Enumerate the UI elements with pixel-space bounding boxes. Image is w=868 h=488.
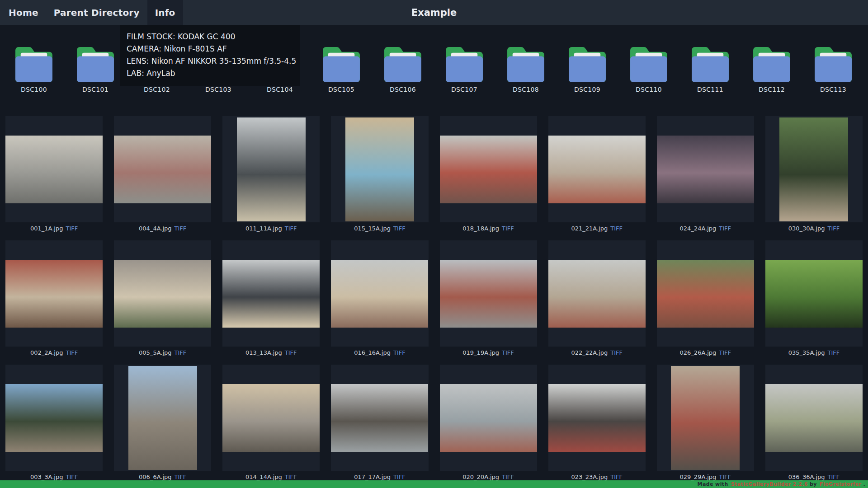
folder-icon: [568, 47, 606, 82]
photo-tiff-link[interactable]: TIFF: [66, 474, 78, 480]
photo-filename: 002_2A.jpg: [30, 349, 63, 356]
folder-label: DSC112: [759, 86, 785, 93]
footer-tool-link[interactable]: StaticGalleryBuilder 2.2.6: [731, 481, 808, 487]
folder-item-dsc107[interactable]: DSC107: [434, 47, 495, 93]
photo-filename: 015_15A.jpg: [354, 225, 391, 232]
photo-tiff-link[interactable]: TIFF: [285, 474, 297, 480]
photo-tiff-link[interactable]: TIFF: [827, 474, 840, 480]
folder-item-dsc100[interactable]: DSC100: [3, 47, 65, 93]
photo-thumbnail[interactable]: [671, 366, 740, 470]
thumbnail-background: [331, 116, 428, 222]
photo-tiff-link[interactable]: TIFF: [610, 349, 623, 356]
photo-tiff-link[interactable]: TIFF: [610, 225, 623, 232]
thumbnail-caption: 019_19A.jpgTIFF: [440, 347, 537, 359]
photo-thumbnail[interactable]: [331, 260, 428, 328]
photo-thumbnail[interactable]: [440, 384, 537, 452]
photo-thumbnail[interactable]: [331, 384, 428, 452]
photo-filename: 013_13A.jpg: [245, 349, 282, 356]
thumbnail-caption: 011_11A.jpgTIFF: [222, 222, 320, 235]
photo-thumbnail[interactable]: [657, 260, 754, 328]
photo-thumbnail[interactable]: [222, 260, 320, 328]
photo-thumbnail[interactable]: [237, 117, 306, 221]
footer-author-link[interactable]: FloGreistorfer: [820, 481, 862, 487]
photo-tiff-link[interactable]: TIFF: [175, 474, 187, 480]
photo-thumbnail[interactable]: [128, 366, 197, 470]
photo-tiff-link[interactable]: TIFF: [393, 225, 406, 232]
photo-tiff-link[interactable]: TIFF: [285, 225, 297, 232]
folder-icon: [814, 47, 852, 82]
gallery-cell: 036_36A.jpgTIFF: [765, 365, 863, 483]
folder-label: DSC100: [21, 86, 47, 93]
photo-thumbnail[interactable]: [765, 260, 863, 328]
thumbnail-caption: 002_2A.jpgTIFF: [5, 347, 103, 359]
photo-filename: 005_5A.jpg: [139, 349, 172, 356]
photo-filename: 029_29A.jpg: [680, 474, 717, 480]
folder-label: DSC111: [697, 86, 723, 93]
photo-filename: 020_20A.jpg: [462, 474, 499, 480]
thumbnail-background: [5, 240, 103, 347]
thumbnail-caption: 022_22A.jpgTIFF: [548, 347, 646, 359]
photo-thumbnail[interactable]: [548, 260, 646, 328]
photo-tiff-link[interactable]: TIFF: [66, 349, 78, 356]
thumbnail-background: [222, 116, 320, 222]
photo-thumbnail[interactable]: [548, 136, 646, 203]
photo-filename: 014_14A.jpg: [245, 474, 282, 480]
photo-filename: 030_30A.jpg: [788, 225, 825, 232]
folder-item-dsc108[interactable]: DSC108: [495, 47, 557, 93]
photo-thumbnail[interactable]: [765, 384, 863, 452]
gallery-cell: 016_16A.jpgTIFF: [331, 240, 428, 359]
photo-thumbnail[interactable]: [779, 117, 848, 221]
photo-thumbnail[interactable]: [345, 117, 414, 221]
folder-item-dsc106[interactable]: DSC106: [372, 47, 434, 93]
folder-item-dsc111[interactable]: DSC111: [679, 47, 741, 93]
photo-tiff-link[interactable]: TIFF: [827, 349, 840, 356]
gallery-cell: 022_22A.jpgTIFF: [548, 240, 646, 359]
folder-item-dsc113[interactable]: DSC113: [802, 47, 864, 93]
photo-thumbnail[interactable]: [5, 260, 103, 328]
photo-thumbnail[interactable]: [440, 260, 537, 328]
photo-tiff-link[interactable]: TIFF: [502, 349, 514, 356]
photo-thumbnail[interactable]: [548, 384, 646, 452]
folder-item-dsc109[interactable]: DSC109: [557, 47, 618, 93]
folder-label: DSC106: [390, 86, 416, 93]
photo-tiff-link[interactable]: TIFF: [502, 225, 514, 232]
photo-tiff-link[interactable]: TIFF: [393, 349, 406, 356]
photo-tiff-link[interactable]: TIFF: [827, 225, 840, 232]
thumbnail-caption: 016_16A.jpgTIFF: [331, 347, 428, 359]
thumbnail-background: [114, 240, 211, 347]
photo-tiff-link[interactable]: TIFF: [610, 474, 623, 480]
folder-item-dsc101[interactable]: DSC101: [65, 47, 126, 93]
photo-tiff-link[interactable]: TIFF: [719, 474, 731, 480]
photo-tiff-link[interactable]: TIFF: [175, 349, 187, 356]
nav-item-parent-directory[interactable]: Parent Directory: [46, 0, 147, 25]
photo-tiff-link[interactable]: TIFF: [175, 225, 187, 232]
photo-tiff-link[interactable]: TIFF: [66, 225, 78, 232]
photo-thumbnail[interactable]: [114, 136, 211, 203]
folder-item-dsc112[interactable]: DSC112: [741, 47, 802, 93]
photo-thumbnail[interactable]: [657, 136, 754, 203]
photo-thumbnail[interactable]: [114, 260, 211, 328]
folder-item-dsc110[interactable]: DSC110: [618, 47, 679, 93]
photo-thumbnail[interactable]: [440, 136, 537, 203]
photo-filename: 019_19A.jpg: [462, 349, 499, 356]
photo-thumbnail[interactable]: [222, 384, 320, 452]
photo-tiff-link[interactable]: TIFF: [285, 349, 297, 356]
gallery-cell: 020_20A.jpgTIFF: [440, 365, 537, 483]
thumbnail-background: [114, 365, 211, 471]
gallery-cell: 023_23A.jpgTIFF: [548, 365, 646, 483]
photo-tiff-link[interactable]: TIFF: [719, 225, 731, 232]
thumbnail-caption: 001_1A.jpgTIFF: [5, 222, 103, 235]
photo-tiff-link[interactable]: TIFF: [393, 474, 406, 480]
folder-label: DSC110: [636, 86, 662, 93]
photo-tiff-link[interactable]: TIFF: [502, 474, 514, 480]
photo-filename: 024_24A.jpg: [680, 225, 717, 232]
photo-tiff-link[interactable]: TIFF: [719, 349, 731, 356]
nav-item-home[interactable]: Home: [1, 0, 46, 25]
folder-item-dsc105[interactable]: DSC105: [311, 47, 372, 93]
gallery-cell: 018_18A.jpgTIFF: [440, 116, 537, 235]
photo-thumbnail[interactable]: [5, 384, 103, 452]
info-tooltip-line: LAB: AnyLab: [127, 67, 294, 80]
folder-label: DSC109: [574, 86, 600, 93]
photo-thumbnail[interactable]: [5, 136, 103, 203]
nav-item-info[interactable]: Info: [147, 0, 183, 25]
